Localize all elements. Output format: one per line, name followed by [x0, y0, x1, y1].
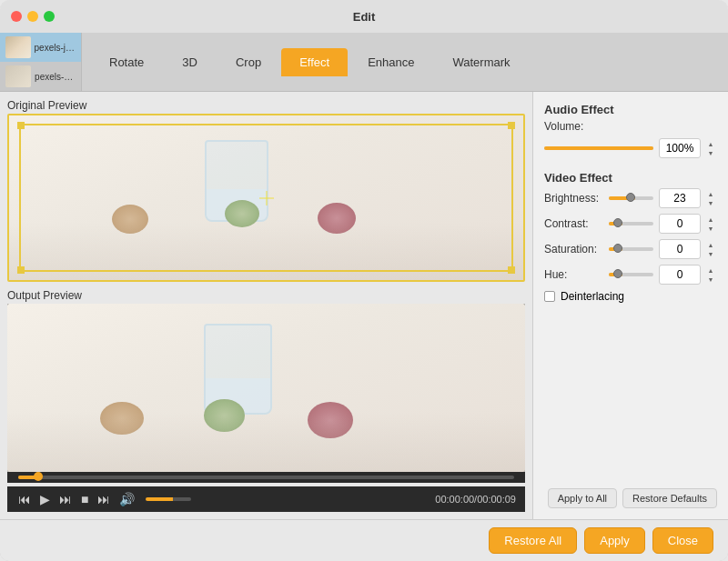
deinterlacing-row: Deinterlacing — [544, 290, 717, 303]
output-preview-label: Output Preview — [7, 289, 525, 302]
file-item-2[interactable]: pexels-ko... — [0, 62, 81, 91]
audio-effect-title: Audio Effect — [544, 103, 717, 116]
hue-spinbox[interactable]: ▲ ▼ — [704, 265, 717, 284]
title-bar: Edit — [0, 0, 728, 33]
volume-slider[interactable] — [146, 497, 191, 501]
file-name-1: pexels-jill-... — [35, 43, 76, 53]
brightness-down[interactable]: ▼ — [704, 198, 717, 207]
hue-up[interactable]: ▲ — [704, 265, 717, 275]
saturation-label: Saturation: — [544, 243, 603, 255]
play-button[interactable]: ▶ — [38, 490, 52, 508]
time-display: 00:00:00/00:00:09 — [435, 494, 516, 505]
main-content: Original Preview — [0, 92, 728, 519]
contrast-thumb — [613, 218, 622, 227]
file-thumb-2 — [5, 65, 31, 87]
volume-slider-fill — [544, 146, 653, 150]
brightness-spinbox[interactable]: ▲ ▼ — [704, 189, 717, 207]
progress-bar[interactable] — [18, 476, 514, 479]
file-item-1[interactable]: pexels-jill-... — [0, 33, 81, 62]
tab-enhance[interactable]: Enhance — [349, 48, 432, 76]
tabs-container: Rotate 3D Crop Effect Enhance Watermark — [82, 33, 728, 91]
original-preview-label: Original Preview — [7, 99, 525, 112]
brightness-row: Brightness: 23 ▲ ▼ — [544, 188, 717, 208]
apply-to-all-button[interactable]: Apply to All — [548, 488, 617, 508]
traffic-lights — [11, 11, 55, 22]
deinterlacing-checkbox[interactable] — [544, 291, 555, 302]
volume-icon: 🔊 — [117, 490, 136, 508]
output-preview-box — [7, 304, 525, 472]
tab-watermark[interactable]: Watermark — [434, 48, 528, 76]
tab-3d[interactable]: 3D — [164, 48, 216, 76]
original-scene — [9, 115, 523, 280]
right-panel: Audio Effect Volume: 100% ▲ ▼ Vid — [532, 92, 728, 519]
contrast-spinbox[interactable]: ▲ ▼ — [704, 215, 717, 233]
tab-effect[interactable]: Effect — [281, 48, 348, 76]
crosshair-v — [266, 191, 267, 205]
deinterlacing-label: Deinterlacing — [561, 290, 624, 303]
hue-value[interactable]: 0 — [659, 265, 701, 285]
original-preview-box — [7, 114, 525, 282]
stop-button[interactable]: ■ — [79, 490, 90, 508]
saturation-spinbox[interactable]: ▲ ▼ — [704, 240, 717, 258]
apply-button[interactable]: Apply — [584, 527, 645, 554]
transport-controls: ⏮ ▶ ⏭ ■ ⏭ 🔊 00:00:00/00:00:09 — [7, 486, 525, 512]
restore-all-button[interactable]: Restore All — [489, 527, 577, 554]
tab-crop[interactable]: Crop — [217, 48, 279, 76]
file-name-2: pexels-ko... — [35, 72, 76, 82]
next-frame-button[interactable]: ⏭ — [96, 490, 112, 508]
contrast-slider[interactable] — [609, 222, 653, 225]
saturation-up[interactable]: ▲ — [704, 240, 717, 249]
video-effect-section: Video Effect Brightness: 23 ▲ ▼ — [544, 171, 717, 303]
volume-label: Volume: — [544, 120, 603, 133]
volume-slider-track[interactable] — [544, 146, 653, 150]
tab-rotate[interactable]: Rotate — [91, 48, 162, 76]
main-window: Edit pexels-jill-... pexels-ko... Rotate — [0, 0, 728, 561]
video-effect-title: Video Effect — [544, 171, 717, 185]
progress-bar-section — [7, 472, 525, 483]
brightness-slider[interactable] — [609, 196, 653, 200]
close-button[interactable] — [11, 11, 22, 22]
saturation-slider[interactable] — [609, 247, 653, 251]
preview-area: Original Preview — [0, 92, 532, 519]
volume-value[interactable]: 100% — [659, 138, 701, 158]
volume-control-row: Volume: — [544, 120, 717, 133]
restore-defaults-button[interactable]: Restore Defaults — [622, 488, 717, 508]
brightness-label: Brightness: — [544, 192, 603, 205]
hue-down[interactable]: ▼ — [704, 275, 717, 284]
brightness-thumb — [626, 193, 635, 202]
saturation-row: Saturation: 0 ▲ ▼ — [544, 239, 717, 259]
saturation-thumb — [613, 244, 622, 253]
saturation-value[interactable]: 0 — [659, 239, 701, 259]
brightness-value[interactable]: 23 — [659, 188, 701, 208]
contrast-value[interactable]: 0 — [659, 214, 701, 234]
bottom-bar: Restore All Apply Close — [0, 519, 728, 561]
close-button-bottom[interactable]: Close — [652, 527, 713, 554]
contrast-up[interactable]: ▲ — [704, 215, 717, 224]
skip-forward-button[interactable]: ⏭ — [57, 490, 74, 508]
hue-thumb — [613, 269, 622, 278]
contrast-label: Contrast: — [544, 217, 603, 230]
volume-up[interactable]: ▲ — [704, 139, 717, 148]
corner-bl — [17, 266, 25, 274]
volume-down[interactable]: ▼ — [704, 148, 717, 157]
hue-slider[interactable] — [609, 273, 653, 276]
right-panel-buttons: Apply to All Restore Defaults — [544, 481, 717, 508]
tab-bar: pexels-jill-... pexels-ko... Rotate 3D C… — [0, 33, 728, 92]
file-list-tab-area: pexels-jill-... pexels-ko... — [0, 33, 82, 91]
hue-label: Hue: — [544, 268, 603, 281]
contrast-row: Contrast: 0 ▲ ▼ — [544, 214, 717, 234]
audio-effect-section: Audio Effect Volume: 100% ▲ ▼ — [544, 103, 717, 164]
original-preview-section: Original Preview — [7, 99, 525, 282]
corner-tr — [508, 122, 515, 129]
volume-slider-row: 100% ▲ ▼ — [544, 138, 717, 158]
volume-spinbox[interactable]: ▲ ▼ — [704, 139, 717, 157]
contrast-down[interactable]: ▼ — [704, 224, 717, 233]
saturation-down[interactable]: ▼ — [704, 249, 717, 258]
maximize-button[interactable] — [44, 11, 55, 22]
output-scene — [7, 304, 525, 472]
brightness-up[interactable]: ▲ — [704, 189, 717, 198]
corner-br — [508, 266, 515, 274]
minimize-button[interactable] — [27, 11, 38, 22]
skip-back-button[interactable]: ⏮ — [16, 490, 33, 508]
shadow-floor-out — [7, 413, 525, 472]
